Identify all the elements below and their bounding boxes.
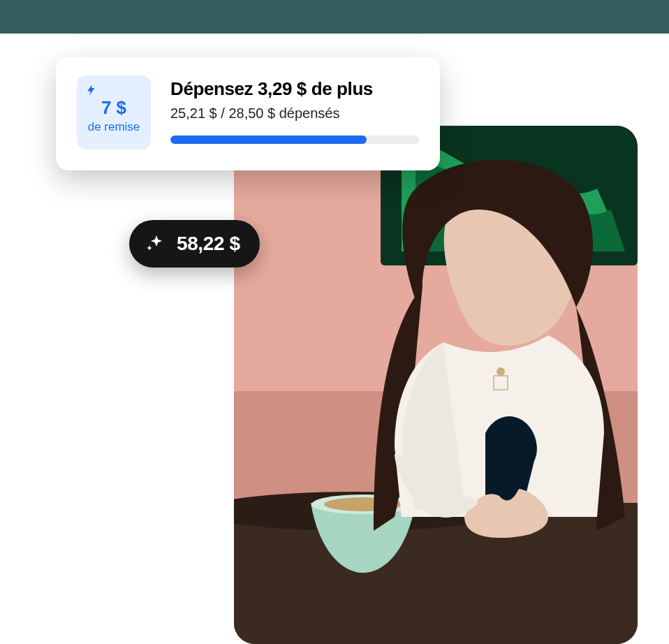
bolt-icon	[85, 82, 98, 101]
badge-amount: 7 $	[101, 97, 126, 119]
promo-card: 7 $ de remise Dépensez 3,29 $ de plus 25…	[56, 57, 440, 170]
svg-point-7	[497, 367, 505, 376]
promo-subtitle: 25,21 $ / 28,50 $ dépensés	[170, 105, 419, 122]
promo-content: Dépensez 3,29 $ de plus 25,21 $ / 28,50 …	[170, 75, 419, 144]
sparkle-icon	[142, 231, 167, 256]
lifestyle-photo	[234, 126, 638, 644]
discount-badge: 7 $ de remise	[77, 75, 151, 149]
balance-pill: 58,22 $	[129, 220, 260, 268]
top-bar	[0, 0, 669, 34]
promo-title: Dépensez 3,29 $ de plus	[170, 78, 419, 100]
progress-bar	[170, 136, 419, 144]
balance-amount: 58,22 $	[177, 233, 240, 255]
badge-label: de remise	[88, 120, 140, 134]
progress-fill	[170, 136, 367, 144]
